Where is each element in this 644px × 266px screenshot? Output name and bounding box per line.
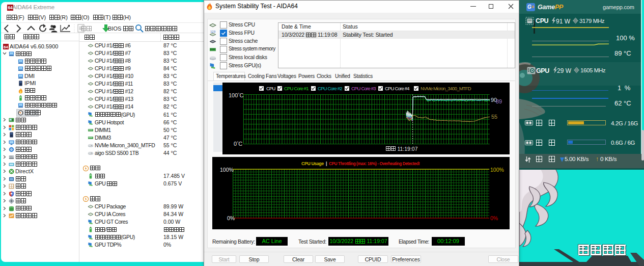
svg-text:123: 123 <box>210 30 216 33</box>
svg-text:64: 64 <box>4 44 8 49</box>
